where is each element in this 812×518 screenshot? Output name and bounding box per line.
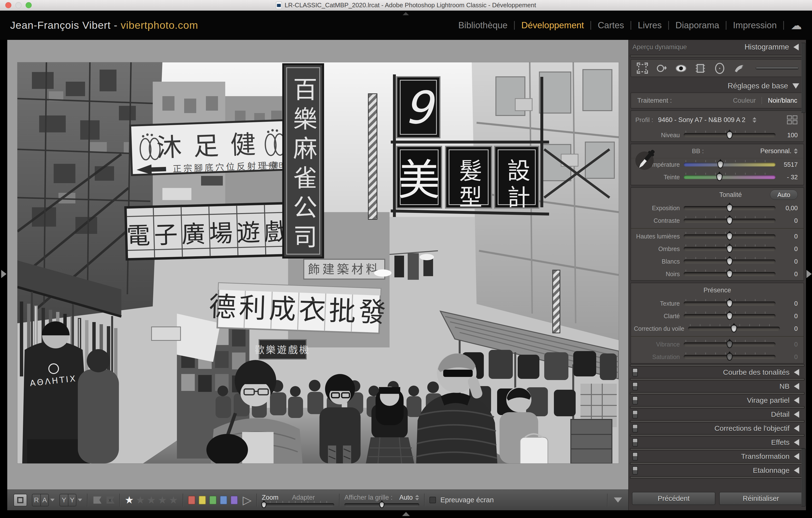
wb-value[interactable]: Personnal.	[760, 147, 798, 155]
star-icon[interactable]: ★	[158, 495, 167, 505]
star-icon[interactable]: ★	[125, 495, 134, 505]
module-library[interactable]: Bibliothèque	[452, 20, 514, 30]
transform-panel-header[interactable]: Transformation	[629, 451, 806, 462]
highlights-slider[interactable]	[684, 234, 776, 238]
auto-tone-button[interactable]: Auto	[770, 190, 798, 200]
module-develop[interactable]: Développement	[515, 20, 590, 30]
whites-value[interactable]: 0	[776, 258, 798, 265]
whites-slider-thumb[interactable]	[726, 257, 733, 265]
amount-value[interactable]: 100	[776, 131, 798, 139]
dehaze-slider[interactable]	[688, 327, 780, 331]
soft-proof-label[interactable]: Epreuvage écran	[440, 496, 494, 504]
star-icon[interactable]: ★	[169, 495, 178, 505]
soft-proof-checkbox[interactable]	[430, 497, 436, 503]
fit-label[interactable]: Adapter	[292, 494, 315, 501]
zoom-window-button[interactable]	[26, 2, 32, 8]
zoom-slider-thumb[interactable]	[261, 501, 266, 508]
module-print[interactable]: Impression	[726, 20, 783, 30]
lens-corrections-panel-header[interactable]: Corrections de l'objectif	[629, 423, 806, 434]
amount-slider[interactable]	[684, 133, 776, 137]
sync-cloud-icon[interactable]: ☁	[791, 20, 802, 31]
panel-toggle-switch[interactable]	[633, 368, 638, 376]
clarity-slider-thumb[interactable]	[726, 312, 733, 320]
before-after-caret-icon[interactable]	[78, 499, 82, 501]
red-eye-tool-icon[interactable]	[674, 62, 688, 75]
tint-slider-thumb[interactable]	[716, 173, 723, 181]
module-slideshow[interactable]: Diaporama	[669, 20, 726, 30]
texture-slider[interactable]	[684, 302, 776, 305]
star-rating[interactable]: ★ ★ ★ ★ ★	[125, 495, 178, 505]
whites-slider[interactable]	[684, 260, 776, 263]
close-window-button[interactable]	[5, 2, 11, 8]
color-label-green[interactable]	[209, 496, 216, 505]
temperature-value[interactable]: 5517	[776, 161, 798, 169]
tint-value[interactable]: - 32	[776, 174, 798, 181]
grid-slider-thumb[interactable]	[379, 501, 384, 508]
wb-stepper-icon[interactable]	[794, 148, 798, 154]
before-after-view-button[interactable]: YY	[59, 494, 76, 507]
graduated-filter-icon[interactable]	[694, 62, 707, 75]
panel-scrollbar[interactable]	[801, 449, 805, 507]
calibration-panel-header[interactable]: Etalonnage	[629, 465, 806, 476]
panel-toggle-switch[interactable]	[633, 452, 638, 460]
reference-view-button[interactable]: RA	[32, 494, 49, 507]
clarity-slider[interactable]	[684, 314, 776, 318]
panel-scrollbar[interactable]	[801, 43, 805, 113]
panel-toggle-switch[interactable]	[633, 466, 638, 475]
dehaze-value[interactable]: 0	[780, 325, 798, 332]
texture-value[interactable]: 0	[776, 300, 798, 307]
loupe-view-button[interactable]	[13, 494, 27, 507]
module-map[interactable]: Cartes	[591, 20, 631, 30]
temperature-slider-thumb[interactable]	[717, 161, 724, 169]
color-label-yellow[interactable]	[199, 496, 206, 505]
grid-mode-select[interactable]: Auto	[399, 494, 419, 501]
impromptu-slideshow-icon[interactable]: ▷	[243, 494, 252, 506]
star-icon[interactable]: ★	[136, 495, 145, 505]
left-panel-expand-arrow-icon[interactable]	[1, 270, 6, 278]
shadows-value[interactable]: 0	[776, 245, 798, 253]
blacks-slider[interactable]	[684, 272, 776, 276]
amount-slider-thumb[interactable]	[726, 131, 733, 139]
toolbar-options-caret-icon[interactable]	[614, 497, 622, 502]
reference-view-caret-icon[interactable]	[50, 499, 55, 501]
right-panel-collapse-arrow-icon[interactable]	[807, 270, 812, 278]
adjustment-brush-icon[interactable]	[732, 62, 749, 75]
shadows-slider-thumb[interactable]	[726, 245, 733, 253]
color-label-purple[interactable]	[231, 496, 238, 505]
minimize-window-button[interactable]	[16, 2, 22, 8]
clarity-value[interactable]: 0	[776, 312, 798, 320]
treatment-color-option[interactable]: Couleur	[733, 97, 756, 104]
panel-toggle-switch[interactable]	[633, 438, 638, 447]
spot-removal-icon[interactable]	[655, 62, 668, 75]
identity-site[interactable]: vibertphoto.com	[121, 19, 198, 31]
module-book[interactable]: Livres	[631, 20, 668, 30]
panel-toggle-switch[interactable]	[633, 382, 638, 390]
previous-button[interactable]: Précédent	[632, 492, 715, 505]
panel-toggle-switch[interactable]	[633, 396, 638, 404]
tint-slider[interactable]	[684, 175, 776, 179]
grid-mode-stepper-icon[interactable]	[415, 495, 419, 500]
reset-button[interactable]: Réinitialiser	[719, 492, 803, 505]
contrast-value[interactable]: 0	[776, 217, 798, 224]
pick-flag-icon[interactable]	[92, 496, 102, 504]
highlights-value[interactable]: 0	[776, 233, 798, 240]
detail-panel-header[interactable]: Détail	[629, 409, 806, 420]
basic-panel-header[interactable]: Réglages de base	[629, 80, 806, 93]
white-balance-eyedropper-icon[interactable]	[635, 147, 657, 172]
blacks-value[interactable]: 0	[776, 270, 798, 278]
panel-toggle-switch[interactable]	[633, 424, 638, 432]
photo-canvas[interactable]: 沐足健 正宗腳底穴位反射理療 一樓B座	[18, 62, 619, 463]
exposure-slider[interactable]	[684, 206, 776, 210]
profile-stepper-icon[interactable]	[753, 117, 756, 123]
color-label-red[interactable]	[188, 496, 195, 505]
temperature-slider[interactable]	[684, 162, 776, 166]
exposure-slider-thumb[interactable]	[726, 204, 733, 212]
zoom-slider[interactable]	[262, 503, 334, 507]
contrast-slider-thumb[interactable]	[726, 217, 733, 224]
highlights-slider-thumb[interactable]	[726, 233, 733, 240]
radial-filter-icon[interactable]	[713, 62, 726, 75]
blacks-slider-thumb[interactable]	[726, 270, 733, 278]
effects-panel-header[interactable]: Effets	[629, 437, 806, 448]
star-icon[interactable]: ★	[147, 495, 156, 505]
profile-browser-grid-icon[interactable]	[787, 115, 798, 125]
